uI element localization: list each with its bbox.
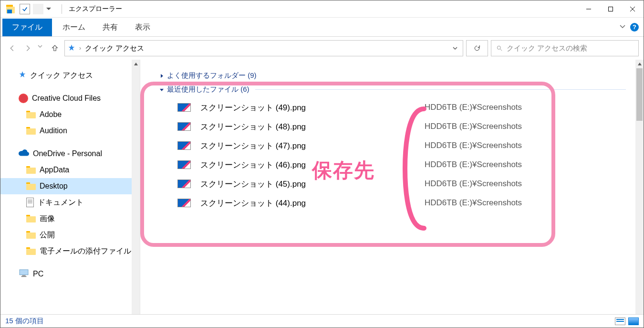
- explorer-app-icon: [6, 5, 15, 13]
- minimize-button[interactable]: [578, 0, 600, 18]
- up-button[interactable]: [48, 42, 62, 55]
- file-location: HDD6TB (E:)¥Screenshots: [425, 141, 522, 150]
- chevron-right-icon: [159, 74, 164, 78]
- nav-folder-documents[interactable]: ドキュメント: [0, 194, 132, 211]
- nav-label: Adobe: [40, 110, 62, 119]
- ribbon-expand-button[interactable]: [619, 22, 626, 32]
- nav-label: PC: [33, 270, 43, 278]
- chevron-down-icon: [159, 87, 164, 92]
- file-name: スクリーンショット (44).png: [200, 198, 425, 209]
- nav-scrollbar[interactable]: [132, 60, 140, 314]
- folder-icon: [26, 111, 36, 118]
- qat-customize-dropdown[interactable]: [46, 8, 51, 12]
- file-item[interactable]: スクリーンショット (49).pngHDD6TB (E:)¥Screenshot…: [150, 98, 635, 117]
- nav-label: Creative Cloud Files: [32, 94, 101, 103]
- nav-folder-public[interactable]: 公開: [0, 227, 132, 243]
- svg-point-4: [497, 46, 500, 49]
- forward-button[interactable]: [21, 42, 35, 55]
- content-scrollbar[interactable]: [635, 60, 644, 314]
- svg-rect-7: [22, 275, 25, 276]
- nav-folder-appdata[interactable]: AppData: [0, 162, 132, 178]
- annotation-label: 保存先: [312, 157, 375, 184]
- tab-file[interactable]: ファイル: [2, 19, 52, 36]
- group-frequent-folders[interactable]: よく使用するフォルダー (9): [140, 68, 635, 82]
- explorer-window: エクスプローラー ファイル ホーム 共有 表示 ? › クイック アクセス: [0, 0, 644, 328]
- help-button[interactable]: ?: [630, 23, 639, 32]
- folder-icon: [26, 166, 36, 174]
- breadcrumb-separator[interactable]: ›: [79, 45, 81, 52]
- close-button[interactable]: [622, 0, 644, 18]
- nav-quick-access[interactable]: クイック アクセス: [0, 67, 132, 84]
- tab-share[interactable]: 共有: [94, 19, 126, 36]
- nav-label: クイック アクセス: [30, 71, 93, 81]
- image-file-icon: [177, 199, 191, 207]
- address-dropdown[interactable]: [447, 44, 463, 53]
- file-item[interactable]: スクリーンショット (46).pngHDD6TB (E:)¥Screenshot…: [150, 155, 635, 174]
- file-location: HDD6TB (E:)¥Screenshots: [425, 122, 522, 131]
- refresh-button[interactable]: [466, 40, 488, 56]
- image-file-icon: [177, 103, 191, 112]
- nav-folder-attachments[interactable]: 電子メールの添付ファイル: [0, 243, 132, 259]
- folder-icon: [26, 127, 36, 135]
- nav-label: OneDrive - Personal: [33, 149, 102, 158]
- nav-label: Audition: [40, 127, 67, 135]
- pc-icon: [19, 269, 29, 279]
- history-dropdown[interactable]: [38, 42, 45, 55]
- file-item[interactable]: スクリーンショット (48).pngHDD6TB (E:)¥Screenshot…: [150, 117, 635, 136]
- nav-label: 電子メールの添付ファイル: [40, 246, 131, 256]
- file-location: HDD6TB (E:)¥Screenshots: [425, 103, 522, 112]
- onedrive-icon: [19, 149, 29, 159]
- qat-new-folder-button[interactable]: [33, 4, 43, 14]
- svg-line-5: [500, 49, 502, 51]
- file-location: HDD6TB (E:)¥Screenshots: [425, 179, 522, 189]
- nav-folder-audition[interactable]: Audition: [0, 123, 132, 139]
- thumbnails-view-button[interactable]: [628, 317, 639, 325]
- nav-onedrive[interactable]: OneDrive - Personal: [0, 146, 132, 162]
- nav-label: 画像: [40, 214, 55, 224]
- image-file-icon: [177, 141, 191, 150]
- file-name: スクリーンショット (47).png: [200, 140, 425, 151]
- ribbon: ファイル ホーム 共有 表示 ?: [0, 18, 644, 37]
- details-view-button[interactable]: [615, 317, 625, 325]
- nav-creative-cloud[interactable]: Creative Cloud Files: [0, 90, 132, 106]
- nav-label: Desktop: [40, 182, 68, 190]
- nav-label: 公開: [40, 230, 55, 240]
- file-location: HDD6TB (E:)¥Screenshots: [425, 198, 522, 208]
- file-item[interactable]: スクリーンショット (47).pngHDD6TB (E:)¥Screenshot…: [150, 136, 635, 155]
- window-title: エクスプローラー: [69, 5, 122, 13]
- title-bar: エクスプローラー: [0, 0, 644, 18]
- quick-access-icon: [68, 44, 75, 53]
- nav-pc[interactable]: PC: [0, 266, 132, 282]
- file-item[interactable]: スクリーンショット (44).pngHDD6TB (E:)¥Screenshot…: [150, 193, 635, 212]
- navigation-bar: › クイック アクセス クイック アクセスの検索: [0, 37, 644, 60]
- tab-view[interactable]: 表示: [126, 19, 159, 36]
- nav-folder-desktop[interactable]: Desktop: [0, 178, 132, 194]
- folder-icon: [26, 231, 36, 239]
- svg-rect-1: [609, 7, 613, 11]
- breadcrumb-location[interactable]: クイック アクセス: [85, 44, 144, 53]
- content-pane: よく使用するフォルダー (9) 最近使用したファイル (6) スクリーンショット…: [140, 60, 644, 314]
- creative-cloud-icon: [19, 94, 28, 103]
- document-icon: [26, 198, 34, 207]
- svg-rect-6: [20, 270, 28, 275]
- nav-label: ドキュメント: [38, 198, 83, 208]
- search-placeholder: クイック アクセスの検索: [507, 44, 587, 53]
- nav-folder-adobe[interactable]: Adobe: [0, 106, 132, 123]
- tab-home[interactable]: ホーム: [54, 19, 94, 36]
- svg-rect-8: [21, 276, 27, 277]
- folder-icon: [26, 182, 36, 190]
- group-label: 最近使用したファイル (6): [167, 85, 249, 94]
- address-bar[interactable]: › クイック アクセス: [64, 40, 463, 56]
- group-recent-files[interactable]: 最近使用したファイル (6): [140, 82, 635, 96]
- group-label: よく使用するフォルダー (9): [167, 71, 257, 80]
- qat-properties-button[interactable]: [20, 4, 30, 14]
- back-button[interactable]: [5, 42, 19, 55]
- image-file-icon: [177, 180, 191, 188]
- folder-icon: [26, 247, 36, 255]
- annotation-bracket-icon: [400, 106, 429, 231]
- file-item[interactable]: スクリーンショット (45).pngHDD6TB (E:)¥Screenshot…: [150, 174, 635, 193]
- image-file-icon: [177, 122, 191, 131]
- search-input[interactable]: クイック アクセスの検索: [491, 40, 639, 56]
- maximize-button[interactable]: [600, 0, 622, 18]
- nav-folder-pictures[interactable]: 画像: [0, 211, 132, 227]
